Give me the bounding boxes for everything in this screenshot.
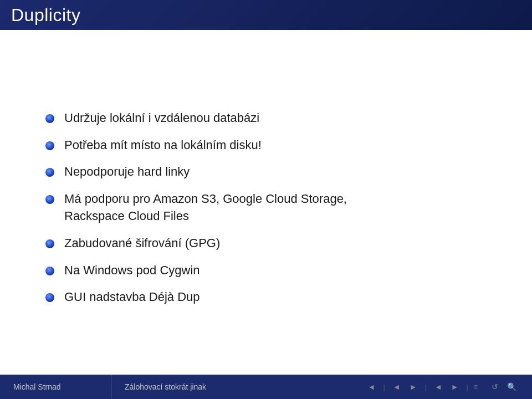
list-item-text: Má podporu pro Amazon S3, Google Cloud S… [64,191,488,225]
footer-author: Michal Strnad [0,375,111,399]
list-item: Potřeba mít místo na lokálním disku! [44,137,488,154]
svg-point-5 [45,267,54,275]
bullet-icon [44,264,55,275]
main-content: Udržuje lokální i vzdálenou databázi Pot… [0,30,532,375]
list-item: Udržuje lokální i vzdálenou databázi [44,110,488,127]
list-item-text: Nepodporuje hard linky [64,163,488,181]
bullet-icon [44,139,55,150]
footer-navigation: ◄ | ◄ ► | ◄ ► | ≡ ↺ 🔍 [366,381,519,392]
svg-point-2 [45,168,54,177]
list-item-text: GUI nadstavba Déjà Dup [64,289,488,306]
list-item: Na Windows pod Cygwin [44,262,488,279]
nav-dots: ≡ [474,383,478,391]
footer-title: Zálohovací stokrát jinak ◄ | ◄ ► | ◄ ► |… [111,375,532,399]
nav-sec-prev[interactable]: ◄ [432,381,444,392]
nav-group-next[interactable]: ► [407,381,420,392]
list-item-text: Udržuje lokální i vzdálenou databázi [64,110,488,127]
svg-point-1 [45,141,54,150]
bullet-icon [44,193,55,204]
list-item-text: Zabudované šifrování (GPG) [64,235,488,252]
bullet-list: Udržuje lokální i vzdálenou databázi Pot… [44,110,488,306]
bullet-icon [44,237,55,248]
nav-sec-next[interactable]: ► [449,381,461,392]
svg-point-0 [45,114,54,123]
nav-search[interactable]: 🔍 [505,381,519,392]
list-item-text: Na Windows pod Cygwin [64,262,488,279]
footer-bar: Michal Strnad Zálohovací stokrát jinak ◄… [0,375,532,399]
svg-point-4 [45,239,54,248]
presentation-title-label: Zálohovací stokrát jinak [125,382,206,391]
header-bar: Duplicity [0,0,532,30]
nav-loop[interactable]: ↺ [489,381,500,392]
svg-point-6 [45,293,54,302]
list-item: Zabudované šifrování (GPG) [44,235,488,252]
nav-group-prev[interactable]: ◄ [391,381,403,392]
author-label: Michal Strnad [13,382,61,391]
bullet-icon [44,166,55,177]
bullet-icon [44,112,55,123]
list-item: Nepodporuje hard linky [44,163,488,181]
list-item: GUI nadstavba Déjà Dup [44,289,488,306]
bullet-icon [44,291,55,302]
page-title: Duplicity [11,5,80,25]
list-item: Má podporu pro Amazon S3, Google Cloud S… [44,191,488,225]
nav-prev-arrow[interactable]: ◄ [366,381,378,392]
list-item-text: Potřeba mít místo na lokálním disku! [64,137,488,154]
svg-point-3 [45,195,54,204]
